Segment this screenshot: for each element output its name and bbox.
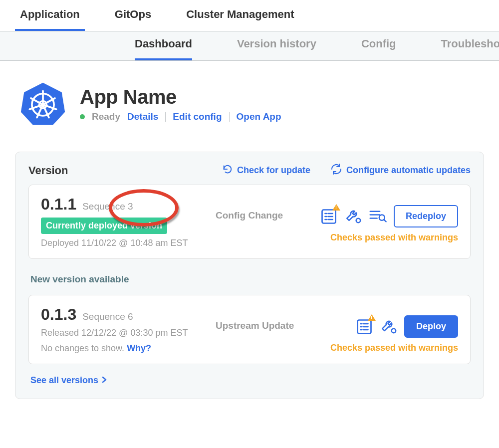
current-checks-status: Checks passed with warnings xyxy=(330,232,458,243)
app-title: App Name xyxy=(80,86,281,108)
released-timestamp: Released 12/12/22 @ 03:30 pm EST xyxy=(41,328,206,338)
panel-title: Version xyxy=(28,164,68,177)
warning-badge-icon xyxy=(368,314,376,321)
kubernetes-logo-icon xyxy=(20,81,66,127)
configure-auto-updates-link[interactable]: Configure automatic updates xyxy=(330,163,471,178)
svg-point-30 xyxy=(392,328,396,333)
sub-tabs-bar: Dashboard Version history Config Trouble… xyxy=(0,31,499,61)
version-panel: Version Check for update xyxy=(15,152,484,399)
svg-point-17 xyxy=(356,218,361,223)
available-checks-status: Checks passed with warnings xyxy=(330,343,458,353)
redeploy-button[interactable]: Redeploy xyxy=(394,205,458,227)
divider xyxy=(229,112,230,122)
chevron-right-icon xyxy=(101,375,107,386)
top-tabs: Application GitOps Cluster Management xyxy=(0,0,499,31)
preflight-checks-icon[interactable] xyxy=(320,208,338,225)
current-version-number: 0.1.1 xyxy=(41,195,76,214)
deployed-badge: Currently deployed version xyxy=(41,218,167,234)
status-dot-icon xyxy=(80,114,85,119)
subtab-dashboard[interactable]: Dashboard xyxy=(135,37,192,60)
available-reason-label: Upstream Update xyxy=(216,320,294,331)
see-all-versions-link[interactable]: See all versions xyxy=(30,375,471,386)
tab-application[interactable]: Application xyxy=(15,0,85,31)
deployed-timestamp: Deployed 11/10/22 @ 10:48 am EST xyxy=(41,238,206,248)
refresh-icon xyxy=(222,164,233,177)
available-sequence: Sequence 6 xyxy=(82,311,133,322)
status-text: Ready xyxy=(92,111,120,122)
view-files-icon[interactable] xyxy=(369,207,387,226)
svg-line-22 xyxy=(384,220,386,222)
subtab-version-history[interactable]: Version history xyxy=(237,37,316,60)
wrench-gear-icon[interactable] xyxy=(380,317,397,336)
current-reason-label: Config Change xyxy=(216,210,283,221)
new-version-heading: New version available xyxy=(30,274,471,285)
available-version-number: 0.1.3 xyxy=(41,305,76,324)
available-version-card: 0.1.3 Sequence 6 Released 12/12/22 @ 03:… xyxy=(28,295,471,364)
tab-cluster-management[interactable]: Cluster Management xyxy=(181,0,299,31)
edit-config-link[interactable]: Edit config xyxy=(173,111,222,122)
tab-gitops[interactable]: GitOps xyxy=(110,0,156,31)
check-for-update-link[interactable]: Check for update xyxy=(222,164,310,177)
deploy-button[interactable]: Deploy xyxy=(404,315,458,338)
details-link[interactable]: Details xyxy=(127,111,158,122)
sync-gear-icon xyxy=(330,163,342,178)
no-changes-text: No changes to show. xyxy=(41,343,124,353)
check-for-update-label: Check for update xyxy=(237,165,310,176)
open-app-link[interactable]: Open App xyxy=(237,111,281,122)
divider xyxy=(165,112,166,122)
subtab-troubleshoot[interactable]: Troubleshoot xyxy=(441,37,499,60)
current-version-card: 0.1.1 Sequence 3 Currently deployed vers… xyxy=(28,185,471,259)
app-header: App Name Ready Details Edit config Open … xyxy=(0,61,499,142)
warning-badge-icon xyxy=(332,204,340,211)
current-sequence: Sequence 3 xyxy=(82,201,133,212)
configure-auto-updates-label: Configure automatic updates xyxy=(346,165,471,176)
wrench-gear-icon[interactable] xyxy=(345,207,362,226)
see-all-versions-label: See all versions xyxy=(30,375,98,386)
subtab-config[interactable]: Config xyxy=(361,37,396,60)
why-link[interactable]: Why? xyxy=(127,343,151,353)
preflight-checks-icon[interactable] xyxy=(355,318,373,336)
